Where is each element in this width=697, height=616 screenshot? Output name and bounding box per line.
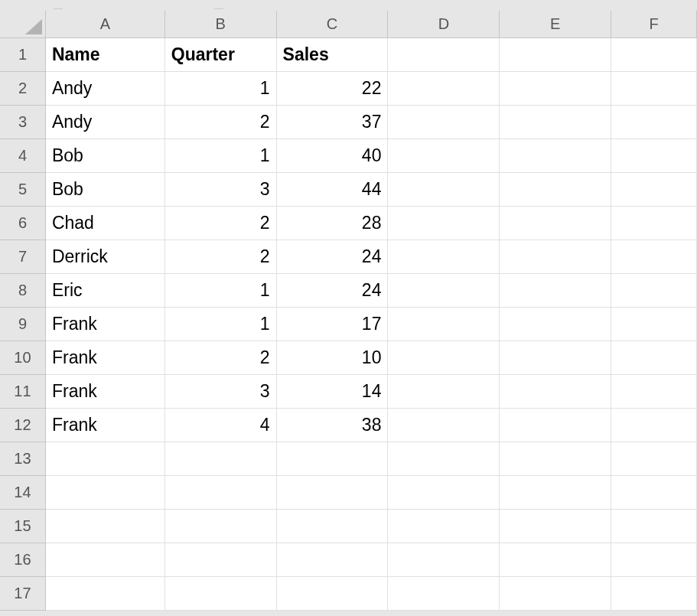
cell-E4[interactable] [500, 139, 611, 173]
cell-D15[interactable] [388, 510, 500, 543]
cell-C4[interactable]: 40 [277, 139, 389, 173]
cell-F6[interactable] [611, 207, 697, 240]
cell-A2[interactable]: Andy [46, 72, 165, 106]
cell-C1[interactable]: Sales [277, 38, 389, 72]
cell-E15[interactable] [500, 510, 611, 543]
cell-D7[interactable] [388, 240, 500, 274]
cell-F1[interactable] [611, 38, 697, 72]
cell-F4[interactable] [611, 139, 697, 173]
cell-E12[interactable] [500, 409, 611, 442]
cell-A14[interactable] [46, 476, 165, 510]
cell-E17[interactable] [500, 577, 611, 611]
cell-B8[interactable]: 1 [165, 274, 277, 308]
cell-F15[interactable] [611, 510, 697, 543]
cell-B5[interactable]: 3 [165, 173, 277, 207]
cell-D13[interactable] [388, 442, 500, 476]
cell-A16[interactable] [46, 543, 165, 577]
cell-A7[interactable]: Derrick [46, 240, 165, 274]
cell-B1[interactable]: Quarter [165, 38, 277, 72]
cell-A8[interactable]: Eric [46, 274, 165, 308]
cell-E10[interactable] [500, 341, 611, 375]
cell-B6[interactable]: 2 [165, 207, 277, 240]
cell-D5[interactable] [388, 173, 500, 207]
cell-F7[interactable] [611, 240, 697, 274]
cell-D10[interactable] [388, 341, 500, 375]
cell-B9[interactable]: 1 [165, 308, 277, 341]
cell-B12[interactable]: 4 [165, 409, 277, 442]
cell-C10[interactable]: 10 [277, 341, 389, 375]
cell-D1[interactable] [388, 38, 500, 72]
cell-D14[interactable] [388, 476, 500, 510]
row-header-3[interactable]: 3 [0, 106, 46, 139]
cell-E3[interactable] [500, 106, 611, 139]
cell-D2[interactable] [388, 72, 500, 106]
cell-F13[interactable] [611, 442, 697, 476]
row-header-10[interactable]: 10 [0, 341, 46, 375]
cell-D11[interactable] [388, 375, 500, 409]
row-header-9[interactable]: 9 [0, 308, 46, 341]
cell-E5[interactable] [500, 173, 611, 207]
cell-B11[interactable]: 3 [165, 375, 277, 409]
cell-F14[interactable] [611, 476, 697, 510]
cell-B17[interactable] [165, 577, 277, 611]
cell-D8[interactable] [388, 274, 500, 308]
cell-A1[interactable]: Name [46, 38, 165, 72]
cell-E14[interactable] [500, 476, 611, 510]
row-header-1[interactable]: 1 [0, 38, 46, 72]
cell-B7[interactable]: 2 [165, 240, 277, 274]
cell-B2[interactable]: 1 [165, 72, 277, 106]
cell-D9[interactable] [388, 308, 500, 341]
cell-F10[interactable] [611, 341, 697, 375]
cell-E11[interactable] [500, 375, 611, 409]
cell-F12[interactable] [611, 409, 697, 442]
cell-E6[interactable] [500, 207, 611, 240]
row-header-13[interactable]: 13 [0, 442, 46, 476]
row-header-7[interactable]: 7 [0, 240, 46, 274]
cell-B3[interactable]: 2 [165, 106, 277, 139]
cell-A11[interactable]: Frank [46, 375, 165, 409]
cell-A15[interactable] [46, 510, 165, 543]
cell-A6[interactable]: Chad [46, 207, 165, 240]
cell-E1[interactable] [500, 38, 611, 72]
col-header-D[interactable]: D [388, 11, 500, 38]
cell-F3[interactable] [611, 106, 697, 139]
cell-E16[interactable] [500, 543, 611, 577]
row-header-15[interactable]: 15 [0, 510, 46, 543]
cell-A5[interactable]: Bob [46, 173, 165, 207]
cell-F16[interactable] [611, 543, 697, 577]
cell-A4[interactable]: Bob [46, 139, 165, 173]
col-header-B[interactable]: B [165, 11, 277, 38]
cell-C14[interactable] [277, 476, 389, 510]
cell-C12[interactable]: 38 [277, 409, 389, 442]
cell-C5[interactable]: 44 [277, 173, 389, 207]
cell-C17[interactable] [277, 577, 389, 611]
cell-A10[interactable]: Frank [46, 341, 165, 375]
row-header-8[interactable]: 8 [0, 274, 46, 308]
cell-C9[interactable]: 17 [277, 308, 389, 341]
cell-B13[interactable] [165, 442, 277, 476]
cell-B14[interactable] [165, 476, 277, 510]
cell-F2[interactable] [611, 72, 697, 106]
cell-F8[interactable] [611, 274, 697, 308]
cell-C11[interactable]: 14 [277, 375, 389, 409]
row-header-14[interactable]: 14 [0, 476, 46, 510]
cell-E8[interactable] [500, 274, 611, 308]
cell-C8[interactable]: 24 [277, 274, 389, 308]
cell-C13[interactable] [277, 442, 389, 476]
cell-D6[interactable] [388, 207, 500, 240]
select-all-corner[interactable] [0, 11, 46, 38]
cell-B16[interactable] [165, 543, 277, 577]
cell-D3[interactable] [388, 106, 500, 139]
row-header-6[interactable]: 6 [0, 207, 46, 240]
cell-C6[interactable]: 28 [277, 207, 389, 240]
col-header-A[interactable]: A [46, 11, 165, 38]
row-header-16[interactable]: 16 [0, 543, 46, 577]
cell-D12[interactable] [388, 409, 500, 442]
row-header-17[interactable]: 17 [0, 577, 46, 611]
cell-A12[interactable]: Frank [46, 409, 165, 442]
cell-D17[interactable] [388, 577, 500, 611]
cell-E7[interactable] [500, 240, 611, 274]
col-header-F[interactable]: F [611, 11, 697, 38]
cell-A13[interactable] [46, 442, 165, 476]
cell-C2[interactable]: 22 [277, 72, 389, 106]
